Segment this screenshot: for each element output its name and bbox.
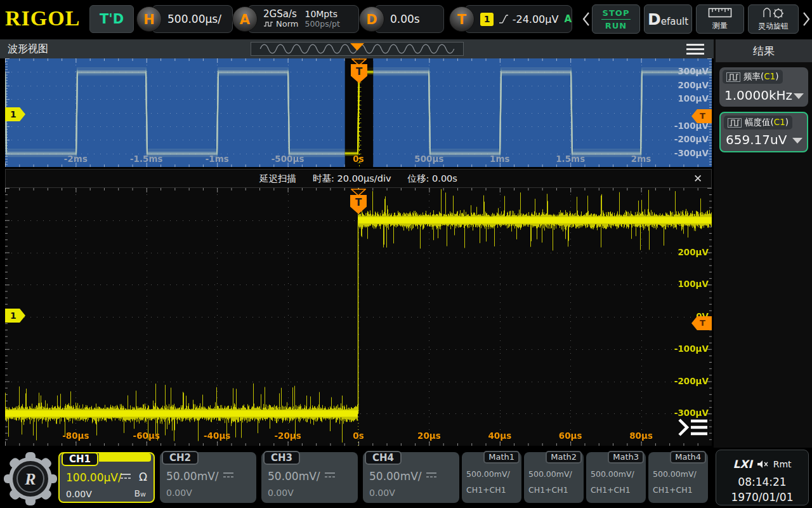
channel-scale: 100.00µV/ bbox=[66, 471, 122, 484]
quick-knob-label: 灵动旋钮 bbox=[758, 21, 789, 32]
trigger-status-indicator[interactable]: T'D bbox=[89, 5, 134, 33]
measurement-card-frequency[interactable]: 频率(C1) 1.0000kHz bbox=[719, 67, 808, 107]
rigol-gear-logo[interactable]: R bbox=[4, 451, 57, 507]
x-tick-label: -1.5ms bbox=[130, 154, 163, 164]
x-tick-label: -80µs bbox=[62, 431, 89, 441]
x-tick-label: 1ms bbox=[490, 154, 510, 164]
measurement-suffix: ) bbox=[775, 71, 778, 81]
menu-icon[interactable] bbox=[686, 44, 704, 57]
channel-card-ch4[interactable]: CH4 50.00mV/ 0.00V bbox=[363, 452, 459, 503]
channel-card-ch3[interactable]: CH3 50.00mV/ 0.00V bbox=[261, 452, 358, 503]
delayed-sweep-plot[interactable]: 1 T T -80µs-60µs-40µs-20µs0s20µs40µs60µs… bbox=[5, 188, 712, 446]
acquisition-info[interactable]: 2GSa/s Norm 10Mpts 500ps/pt bbox=[247, 5, 359, 33]
math-card-math2[interactable]: Math2 500.00mV/ CH1+CH1 bbox=[524, 452, 584, 503]
sample-rate: 2GSa/s bbox=[263, 9, 298, 19]
divider bbox=[601, 19, 631, 20]
svg-text:R: R bbox=[24, 470, 36, 488]
x-tick-label: 0s bbox=[353, 431, 363, 441]
delayed-sweep-offset: 位移: 0.00s bbox=[408, 173, 457, 185]
math-expression: CH1+CH1 bbox=[528, 485, 568, 495]
x-tick-label: -60µs bbox=[133, 431, 160, 441]
square-wave-icon bbox=[728, 118, 742, 128]
x-tick-label: -2ms bbox=[64, 154, 88, 164]
trigger-info[interactable]: 1 -24.00µV A bbox=[464, 5, 572, 33]
math-scale: 500.00mV/ bbox=[591, 469, 634, 479]
trigger-knob[interactable]: T bbox=[449, 6, 475, 32]
horizontal-position-preview[interactable] bbox=[251, 42, 464, 56]
y-tick-label: -200µV bbox=[674, 134, 709, 144]
timebase-value[interactable]: 500.00µs/ bbox=[152, 5, 233, 33]
run-label: RUN bbox=[605, 21, 627, 30]
channel-tab: CH1 bbox=[62, 452, 98, 466]
rising-edge-icon bbox=[498, 13, 508, 25]
trigger-group[interactable]: T 1 -24.00µV A bbox=[449, 5, 572, 33]
measurement-channel: C1 bbox=[764, 71, 775, 81]
memory-depth: 10Mpts bbox=[304, 9, 339, 19]
math-card-math4[interactable]: Math4 500.00mV/ CH1+CH1 bbox=[648, 452, 708, 503]
measurement-card-amplitude[interactable]: 幅度值(C1) 659.17uV bbox=[719, 112, 808, 152]
y-tick-label: -300µV bbox=[674, 148, 709, 158]
results-title: 结果 bbox=[716, 39, 812, 62]
chevron-down-icon[interactable] bbox=[792, 138, 802, 144]
bandwidth-b: B bbox=[134, 488, 140, 498]
channel-scale: 50.00mV/ bbox=[268, 470, 320, 483]
y-tick-label: -200µV bbox=[674, 376, 709, 386]
measurement-label: 频率(C1) bbox=[723, 70, 783, 84]
results-sidebar: 结果 频率(C1) 1.0000kHz 幅度值(C1) 659.17uV bbox=[714, 39, 812, 448]
bottom-bar: R CH1 100.00µV/ Ω 0.00V Bw CH2 50.00mV/ … bbox=[0, 448, 812, 508]
y-tick-label: 100µV bbox=[678, 279, 709, 289]
y-tick-label: -100µV bbox=[674, 344, 709, 354]
channel-offset: 0.00V bbox=[268, 488, 294, 498]
delayed-sweep-title: 延迟扫描 bbox=[259, 173, 296, 185]
quick-knob-button[interactable]: 灵动旋钮 bbox=[748, 4, 799, 34]
horizontal-group[interactable]: H 500.00µs/ bbox=[136, 5, 233, 33]
measure-button[interactable]: 测量 bbox=[696, 4, 744, 34]
trigger-position-marker-icon[interactable] bbox=[350, 43, 364, 51]
channel-card-ch1[interactable]: CH1 100.00µV/ Ω 0.00V Bw bbox=[58, 452, 155, 503]
acquire-mode: Norm bbox=[276, 19, 298, 29]
dc-coupling-icon bbox=[324, 471, 336, 479]
horizontal-knob[interactable]: H bbox=[136, 6, 162, 32]
waveform-menu-icon[interactable] bbox=[676, 417, 709, 438]
delay-group[interactable]: D 0.00s bbox=[359, 5, 444, 33]
measurement-value: 1.0000kHz bbox=[724, 88, 792, 103]
waveform-view-title: 波形视图 bbox=[8, 43, 48, 56]
channel-tab: CH2 bbox=[162, 451, 199, 465]
stop-label: STOP bbox=[603, 8, 630, 18]
dc-coupling-icon bbox=[222, 471, 235, 479]
trigger-level: -24.00µV bbox=[513, 13, 559, 25]
stop-run-button[interactable]: STOP RUN bbox=[592, 4, 640, 34]
delay-knob[interactable]: D bbox=[359, 6, 384, 32]
x-tick-label: -1ms bbox=[206, 154, 229, 164]
math-card-math1[interactable]: Math1 500.00mV/ CH1+CH1 bbox=[462, 452, 521, 503]
status-clock-panel[interactable]: LXI Rmt 08:14:21 1970/01/01 bbox=[716, 450, 809, 505]
chevron-left-icon[interactable] bbox=[582, 11, 591, 27]
x-tick-label: 1.5ms bbox=[556, 154, 585, 164]
chevron-down-icon[interactable] bbox=[794, 93, 804, 99]
y-tick-label: 100µV bbox=[678, 93, 709, 104]
math-expression: CH1+CH1 bbox=[466, 485, 506, 495]
default-button[interactable]: Default bbox=[644, 4, 692, 34]
main-waveform-plot[interactable]: 1 T T -2ms-1.5ms-1ms-500µs0s500µs1ms1.5m… bbox=[5, 58, 712, 167]
knob-icon bbox=[762, 7, 785, 20]
acquisition-group[interactable]: A 2GSa/s Norm 10Mpts 500ps/pt bbox=[232, 5, 359, 33]
square-wave-icon bbox=[726, 72, 740, 82]
bandwidth-w: w bbox=[140, 490, 146, 498]
close-icon[interactable]: ✕ bbox=[691, 171, 705, 185]
chevron-right-icon[interactable] bbox=[802, 11, 811, 27]
x-tick-label: -40µs bbox=[204, 431, 230, 441]
math-card-math3[interactable]: Math3 500.00mV/ CH1+CH1 bbox=[586, 452, 646, 503]
x-tick-label: -20µs bbox=[274, 431, 301, 441]
acquisition-knob[interactable]: A bbox=[232, 6, 258, 32]
channel-scale: 50.00mV/ bbox=[369, 470, 422, 483]
channel-card-ch2[interactable]: CH2 50.00mV/ 0.00V bbox=[160, 452, 256, 503]
channel-tab: CH4 bbox=[365, 451, 402, 465]
x-tick-label: 0s bbox=[353, 154, 363, 164]
trigger-source-badge: 1 bbox=[480, 13, 494, 26]
y-tick-label: 200µV bbox=[678, 80, 709, 90]
delay-value[interactable]: 0.00s bbox=[374, 5, 444, 33]
rigol-logo: RIGOL bbox=[5, 6, 80, 30]
dc-coupling-icon bbox=[119, 472, 132, 481]
sample-resolution: 500ps/pt bbox=[304, 19, 339, 29]
zoom-waveform-canvas[interactable] bbox=[5, 188, 712, 446]
